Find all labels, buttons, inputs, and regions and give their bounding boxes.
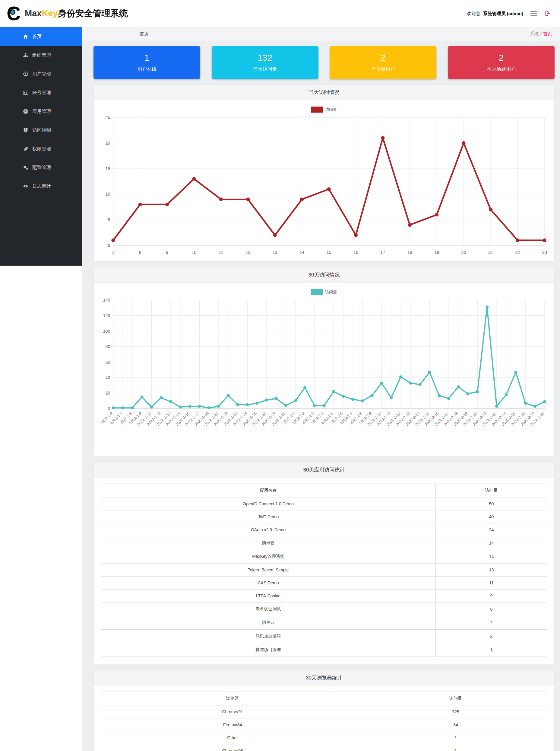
- svg-text:0: 0: [108, 406, 110, 411]
- dashboard-content: 1用户在线132当天访问量2当月新用户2本月活跃用户 当天访问情况 访问量 05…: [82, 41, 560, 751]
- legend-swatch: [311, 107, 323, 113]
- legend-label: 访问量: [325, 107, 337, 112]
- table-cell: 11: [436, 576, 547, 589]
- stat-label: 当天访问量: [212, 67, 318, 72]
- shield-icon: [23, 128, 28, 133]
- stat-card-users-online[interactable]: 1用户在线: [94, 46, 200, 79]
- logo-target-icon: [11, 10, 15, 14]
- stat-card-new-users[interactable]: 2当月新用户: [330, 46, 437, 79]
- table-cell: Other: [101, 731, 364, 744]
- logout-button[interactable]: [544, 10, 551, 17]
- main-area: 首页 系统/首页 1用户在线132当天访问量2当月新用户2本月活跃用户 当天访问…: [82, 27, 560, 751]
- svg-text:19: 19: [434, 250, 439, 255]
- table-row: Firefox/8434: [101, 718, 547, 731]
- sidebar-item-account-mgmt[interactable]: 账号管理: [0, 83, 82, 102]
- table-row: Other1: [101, 731, 547, 744]
- legend-label: 访问量: [325, 289, 337, 295]
- menu-toggle-button[interactable]: [531, 11, 537, 17]
- table-cell: OAuth v2.0_Demo: [101, 523, 436, 536]
- page-title: 首页: [140, 31, 149, 37]
- table-row: LTPA-Cookie9: [101, 589, 547, 602]
- app-logo: C MaxKey身份安全管理系统: [7, 4, 128, 23]
- sidebar-item-label: 权限管理: [32, 146, 51, 152]
- browser-stats-panel: 30天浏览器统计 浏览器访问量Chrome/91725Firefox/8434O…: [94, 670, 555, 751]
- svg-text:8: 8: [139, 250, 141, 255]
- cogs-icon: [23, 165, 28, 170]
- today-visits-chart: 0510152025189101112131415161718192021222…: [97, 113, 551, 259]
- table-header-row: 应用名称访问量: [101, 484, 547, 497]
- sidebar-item-user-mgmt[interactable]: 用户管理: [0, 64, 82, 83]
- chart-legend[interactable]: 访问量: [97, 107, 551, 113]
- sidebar-item-home[interactable]: 首页: [0, 27, 82, 46]
- sidebar-item-access-control[interactable]: 访问控制: [0, 121, 82, 139]
- svg-text:18: 18: [407, 250, 412, 255]
- table-cell: 14: [436, 536, 547, 550]
- sidebar-item-label: 首页: [32, 34, 42, 40]
- stat-card-visits-today[interactable]: 132当天访问量: [212, 46, 318, 79]
- svg-text:140: 140: [103, 297, 111, 303]
- svg-text:9: 9: [166, 250, 168, 255]
- panel-title: 30天访问情况: [94, 267, 554, 283]
- table-cell: 阿里云: [101, 616, 436, 629]
- sidebar-item-perm-mgmt[interactable]: 权限管理: [0, 139, 82, 158]
- logo-text-max: Max: [25, 8, 42, 18]
- table-row: Chrome/91725: [101, 705, 547, 718]
- table-cell: 禅道项目管理: [101, 643, 436, 656]
- svg-text:15: 15: [326, 250, 332, 255]
- svg-text:20: 20: [105, 141, 111, 146]
- svg-text:13: 13: [273, 250, 277, 255]
- sidebar-item-log-audit[interactable]: 日志审计: [0, 177, 82, 196]
- breadcrumb-separator: /: [540, 31, 542, 36]
- sidebar-item-label: 用户管理: [32, 71, 51, 77]
- sidebar-item-org-mgmt[interactable]: 组织管理: [0, 46, 82, 64]
- svg-text:11: 11: [219, 250, 223, 255]
- svg-text:20: 20: [461, 250, 466, 255]
- svg-text:17: 17: [381, 250, 385, 255]
- svg-text:20: 20: [105, 391, 111, 396]
- table-row: OpenID Connect 1.0 Demo50: [101, 497, 547, 510]
- chart-legend[interactable]: 访问量: [97, 289, 551, 295]
- table-cell: 8: [436, 602, 547, 616]
- table-header-row: 浏览器访问量: [101, 692, 547, 705]
- svg-text:10: 10: [192, 250, 197, 255]
- table-cell: 腾讯云: [101, 536, 436, 550]
- table-cell: 1: [436, 643, 547, 656]
- hamburger-icon: [531, 11, 537, 17]
- table-cell: 34: [364, 718, 547, 731]
- sidebar-item-label: 应用管理: [32, 108, 51, 115]
- month-visits-panel: 30天访问情况 访问量 0204060801001201402022-1-220…: [94, 267, 555, 456]
- header-right: 欢迎您: 系统管理员 (admin): [467, 10, 551, 17]
- table-row: 禅道项目管理1: [101, 643, 547, 656]
- svg-text:23: 23: [542, 250, 547, 255]
- table-cell: Chrome/91: [101, 705, 364, 718]
- svg-text:25: 25: [105, 115, 111, 120]
- table-cell: 9: [436, 589, 547, 602]
- table-row: Token_Based_Simple13: [101, 563, 547, 576]
- table-cell: 14: [436, 550, 547, 563]
- app-visits-panel: 30天应用访问统计 应用名称访问量OpenID Connect 1.0 Demo…: [94, 462, 555, 665]
- stat-value: 2: [330, 54, 437, 62]
- breadcrumb-current[interactable]: 首页: [543, 31, 552, 36]
- table-row: 腾讯云14: [101, 536, 547, 550]
- sidebar-item-app-mgmt[interactable]: 应用管理: [0, 102, 82, 121]
- svg-text:14: 14: [299, 250, 304, 255]
- table-cell: 腾讯企业邮箱: [101, 629, 436, 643]
- table-row: 阿里云2: [101, 616, 547, 629]
- stat-card-active-users[interactable]: 2本月活跃用户: [448, 46, 555, 79]
- sidebar-item-config-mgmt[interactable]: 配置管理: [0, 158, 82, 177]
- table-cell: Firefox/84: [101, 718, 364, 731]
- svg-text:80: 80: [105, 344, 111, 349]
- panel-title: 30天应用访问统计: [94, 462, 554, 478]
- table-cell: 40: [436, 510, 547, 523]
- svg-text:0: 0: [108, 243, 110, 248]
- svg-text:40: 40: [105, 375, 111, 380]
- svg-text:60: 60: [105, 360, 111, 365]
- table-cell: OpenID Connect 1.0 Demo: [101, 497, 436, 510]
- table-cell: CAS Demo: [101, 576, 436, 589]
- stat-label: 当月新用户: [330, 67, 437, 72]
- table-row: Chrome/981: [101, 744, 547, 751]
- svg-text:10: 10: [105, 192, 111, 196]
- logo-text-key: Key: [42, 8, 58, 18]
- today-visits-panel: 当天访问情况 访问量 05101520251891011121314151617…: [94, 84, 555, 262]
- sidebar-item-label: 账号管理: [32, 90, 51, 96]
